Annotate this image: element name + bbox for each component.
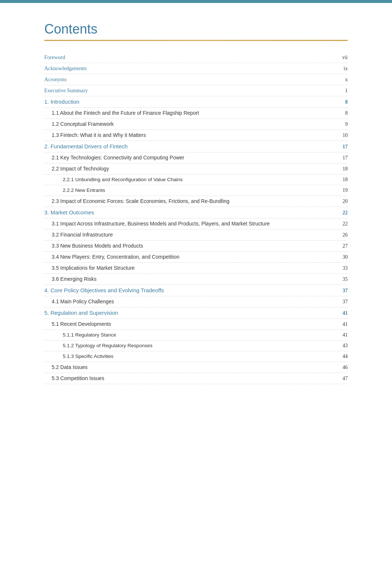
toc-entry-s3-4[interactable]: 3.4 New Players: Entry, Concentration, a… (44, 252, 348, 263)
toc-page-acronyms: x (337, 77, 348, 83)
toc-title-s5-1-2: 5.1.2 Typology of Regulatory Responses (44, 343, 337, 348)
toc-entry-s3-3[interactable]: 3.3 New Business Models and Products27 (44, 241, 348, 252)
toc-page-ch2: 17 (337, 144, 348, 150)
toc-title-s3-5: 3.5 Implications for Market Structure (44, 265, 337, 271)
toc-title-acronyms: Acronyms (44, 76, 337, 83)
toc-title-ch3: 3. Market Outcomes (44, 209, 337, 215)
toc-title-s2-1: 2.1 Key Technologies: Connectivity and C… (44, 155, 337, 161)
toc-title-s2-2-2: 2.2.2 New Entrants (44, 187, 337, 193)
toc-title-ch1: 1. Introduction (44, 99, 337, 105)
toc-page-s1-3: 10 (337, 132, 348, 138)
toc-title-s1-3: 1.3 Fintech: What it is and Why it Matte… (44, 132, 337, 138)
toc-page-s1-2: 9 (337, 121, 348, 127)
toc-entry-ch1[interactable]: 1. Introduction8 (44, 96, 348, 108)
toc-title-s5-3: 5.3 Competition Issues (44, 375, 337, 381)
toc-page-s5-2: 46 (337, 365, 348, 370)
page-title: Contents (44, 21, 348, 37)
toc-page-s5-1-1: 41 (337, 332, 348, 338)
toc-page-executive-summary: 1 (337, 88, 348, 94)
content-area: Contents ForewordviiAcknowledgementsixAc… (0, 3, 392, 414)
toc-page-s2-2: 18 (337, 166, 348, 172)
toc-title-s2-2-1: 2.2.1 Unbundling and Reconfiguration of … (44, 177, 337, 182)
toc-title-s2-3: 2.3 Impact of Economic Forces: Scale Eco… (44, 198, 337, 204)
toc-title-s4-1: 4.1 Main Policy Challenges (44, 299, 337, 304)
toc-entry-s3-2[interactable]: 3.2 Financial Infrastructure26 (44, 230, 348, 241)
toc-page-s3-3: 27 (337, 243, 348, 249)
toc-page-s5-3: 47 (337, 376, 348, 382)
toc-title-s3-4: 3.4 New Players: Entry, Concentration, a… (44, 254, 337, 260)
toc-page-s3-6: 35 (337, 276, 348, 282)
toc-entry-s1-3[interactable]: 1.3 Fintech: What it is and Why it Matte… (44, 130, 348, 141)
toc-entry-s3-5[interactable]: 3.5 Implications for Market Structure33 (44, 263, 348, 274)
toc-page-s2-2-1: 18 (337, 177, 348, 183)
toc-entry-ch3[interactable]: 3. Market Outcomes22 (44, 207, 348, 218)
toc-title-s5-1: 5.1 Recent Developments (44, 321, 337, 327)
toc-page-s3-1: 22 (337, 221, 348, 227)
toc-entry-s3-6[interactable]: 3.6 Emerging Risks35 (44, 274, 348, 285)
toc-title-s3-3: 3.3 New Business Models and Products (44, 243, 337, 249)
toc-title-s3-6: 3.6 Emerging Risks (44, 276, 337, 282)
toc-entry-acronyms[interactable]: Acronymsx (44, 74, 348, 85)
toc-page-s5-1-3: 44 (337, 353, 348, 359)
toc-entry-executive-summary[interactable]: Executive Summary1 (44, 85, 348, 96)
toc-title-ch4: 4. Core Policy Objectives and Evolving T… (44, 287, 337, 293)
toc-title-executive-summary: Executive Summary (44, 87, 337, 94)
table-of-contents: ForewordviiAcknowledgementsixAcronymsxEx… (44, 52, 348, 384)
toc-entry-foreword[interactable]: Forewordvii (44, 52, 348, 63)
toc-entry-s5-1[interactable]: 5.1 Recent Developments41 (44, 319, 348, 330)
toc-page-s2-2-2: 19 (337, 187, 348, 193)
toc-entry-ch4[interactable]: 4. Core Policy Objectives and Evolving T… (44, 285, 348, 296)
toc-title-s2-2: 2.2 Impact of Technology (44, 166, 337, 172)
toc-page-s3-4: 30 (337, 254, 348, 260)
toc-page-acknowledgements: ix (337, 66, 348, 72)
toc-title-s1-2: 1.2 Conceptual Framework (44, 121, 337, 127)
toc-entry-ch2[interactable]: 2. Fundamental Drivers of Fintech17 (44, 141, 348, 152)
toc-title-s3-1: 3.1 Impact Across Infrastructure, Busine… (44, 221, 337, 227)
toc-page-ch3: 22 (337, 210, 348, 216)
toc-page-ch1: 8 (337, 99, 348, 105)
toc-title-s1-1: 1.1 About the Fintech and the Future of … (44, 110, 337, 116)
toc-entry-s1-1[interactable]: 1.1 About the Fintech and the Future of … (44, 108, 348, 119)
toc-page-ch4: 37 (337, 288, 348, 294)
toc-entry-s2-2-1[interactable]: 2.2.1 Unbundling and Reconfiguration of … (44, 175, 348, 185)
toc-entry-s5-2[interactable]: 5.2 Data Issues46 (44, 362, 348, 373)
toc-page-s3-5: 33 (337, 265, 348, 271)
toc-title-s5-2: 5.2 Data Issues (44, 364, 337, 370)
toc-title-s3-2: 3.2 Financial Infrastructure (44, 232, 337, 238)
toc-entry-s2-2-2[interactable]: 2.2.2 New Entrants19 (44, 185, 348, 196)
toc-entry-s3-1[interactable]: 3.1 Impact Across Infrastructure, Busine… (44, 218, 348, 230)
toc-entry-s4-1[interactable]: 4.1 Main Policy Challenges37 (44, 296, 348, 307)
toc-title-s5-1-1: 5.1.1 Regulatory Stance (44, 332, 337, 338)
toc-title-ch5: 5. Regulation and Supervision (44, 310, 337, 316)
toc-entry-acknowledgements[interactable]: Acknowledgementsix (44, 63, 348, 74)
toc-page-s4-1: 37 (337, 299, 348, 305)
toc-page-s2-3: 20 (337, 199, 348, 204)
toc-entry-s5-1-3[interactable]: 5.1.3 Specific Activities44 (44, 351, 348, 362)
toc-title-ch2: 2. Fundamental Drivers of Fintech (44, 143, 337, 149)
toc-entry-s1-2[interactable]: 1.2 Conceptual Framework9 (44, 119, 348, 130)
toc-entry-s2-3[interactable]: 2.3 Impact of Economic Forces: Scale Eco… (44, 196, 348, 207)
toc-title-acknowledgements: Acknowledgements (44, 65, 337, 72)
toc-entry-s5-1-1[interactable]: 5.1.1 Regulatory Stance41 (44, 330, 348, 341)
toc-page-foreword: vii (337, 55, 348, 61)
toc-page-s2-1: 17 (337, 155, 348, 161)
toc-page-ch5: 41 (337, 310, 348, 316)
page: Contents ForewordviiAcknowledgementsixAc… (0, 0, 392, 576)
toc-entry-s2-1[interactable]: 2.1 Key Technologies: Connectivity and C… (44, 152, 348, 163)
toc-entry-s5-1-2[interactable]: 5.1.2 Typology of Regulatory Responses43 (44, 341, 348, 351)
title-underline (44, 40, 348, 41)
toc-page-s1-1: 8 (337, 110, 348, 116)
toc-entry-s5-3[interactable]: 5.3 Competition Issues47 (44, 373, 348, 384)
toc-page-s3-2: 26 (337, 232, 348, 238)
toc-entry-ch5[interactable]: 5. Regulation and Supervision41 (44, 307, 348, 319)
top-decorative-bar (0, 0, 392, 3)
toc-title-foreword: Foreword (44, 54, 337, 61)
toc-entry-s2-2[interactable]: 2.2 Impact of Technology18 (44, 163, 348, 175)
toc-page-s5-1-2: 43 (337, 343, 348, 349)
toc-title-s5-1-3: 5.1.3 Specific Activities (44, 353, 337, 359)
toc-page-s5-1: 41 (337, 321, 348, 327)
